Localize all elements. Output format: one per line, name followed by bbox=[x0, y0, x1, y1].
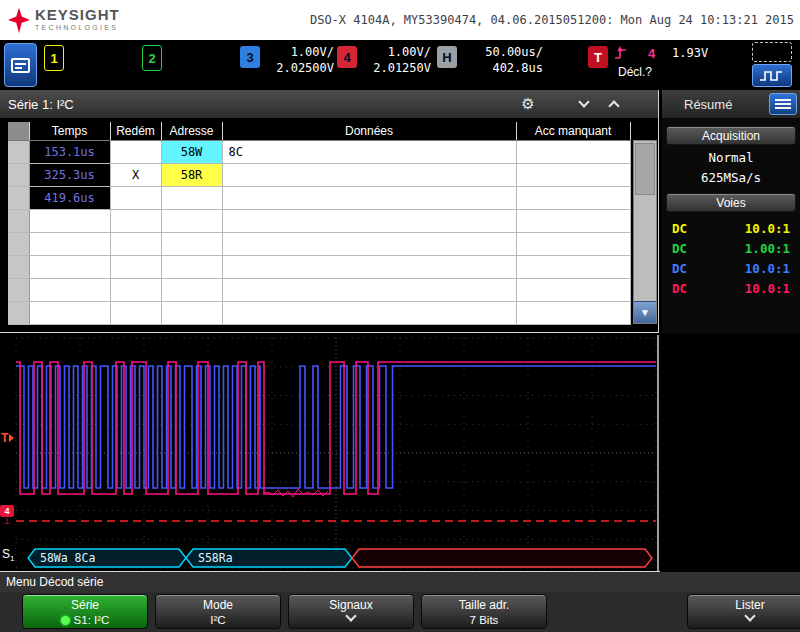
gear-icon[interactable]: ⚙ bbox=[516, 95, 540, 113]
column-header-donnees: Données bbox=[222, 122, 516, 140]
instrument-status-line: DSO-X 4104A, MY53390474, 04.06.201505120… bbox=[310, 13, 794, 27]
trigger-zone-icon[interactable] bbox=[752, 42, 792, 62]
channel-4-badge[interactable]: 4 bbox=[337, 46, 357, 68]
trigger-level-value[interactable]: 1.93V bbox=[672, 46, 708, 60]
trigger-status: Décl.? bbox=[618, 65, 652, 79]
softkey-signaux[interactable]: Signaux bbox=[288, 594, 414, 629]
menu-title: Menu Décod série bbox=[6, 575, 103, 589]
softkey-label: Mode bbox=[156, 598, 280, 612]
channel-2-key[interactable]: 2 bbox=[142, 45, 162, 71]
keysight-spark-icon bbox=[8, 7, 30, 34]
brand-subtitle: TECHNOLOGIES bbox=[35, 24, 120, 31]
touch-waveform-button[interactable] bbox=[752, 64, 792, 87]
chevron-down-icon bbox=[289, 616, 413, 620]
softkey-value: 7 Bits bbox=[422, 614, 546, 626]
channel-status-row: DC10.0:1 bbox=[662, 218, 800, 238]
brand-name: KEYSIGHT bbox=[35, 7, 120, 23]
summary-title-bar: Résumé bbox=[662, 90, 800, 118]
channel-4-offset: 2.01250V bbox=[363, 60, 431, 76]
channel-3-readout[interactable]: 1.00V/ 2.02500V bbox=[266, 44, 334, 76]
column-header-adresse: Adresse bbox=[161, 122, 222, 140]
waveform-display[interactable]: 58Wa 8CaS58Ra T 4 ⊥ S1 bbox=[0, 335, 800, 571]
main-menu-button[interactable] bbox=[4, 43, 37, 87]
serial-bus-marker: S1 bbox=[2, 547, 14, 563]
lister-scrollbar[interactable]: ▼ bbox=[633, 140, 657, 324]
trigger-source: 4 bbox=[648, 46, 655, 61]
trigger-badge[interactable]: T bbox=[588, 46, 608, 68]
channel-status-list: DC10.0:1DC1.00:1DC10.0:1DC10.0:1 bbox=[662, 218, 800, 298]
column-header-acc: Acc manquant bbox=[516, 122, 630, 140]
softkey-lister[interactable]: Lister bbox=[687, 594, 800, 629]
lister-table-body: 153.1us58W8C325.3usX58R419.6us bbox=[8, 140, 630, 324]
menu-title-bar: Menu Décod série bbox=[0, 572, 800, 592]
softkey-value: S1: I²C bbox=[74, 614, 110, 626]
softkey-taille-adr[interactable]: Taille adr. 7 Bits bbox=[421, 594, 547, 629]
lister-table: Temps Redém Adresse Données Acc manquant… bbox=[8, 122, 631, 325]
channels-button[interactable]: Voies bbox=[666, 193, 796, 212]
chevron-down-icon[interactable] bbox=[572, 95, 596, 113]
serial-on-indicator-icon bbox=[61, 616, 70, 625]
trigger-level-marker[interactable]: T bbox=[1, 431, 14, 445]
timebase-value: 50.00us/ bbox=[463, 44, 543, 60]
channel-status-row: DC1.00:1 bbox=[662, 238, 800, 258]
list-view-button[interactable] bbox=[769, 93, 797, 115]
softkey-label: Lister bbox=[688, 598, 800, 612]
softkey-label: Taille adr. bbox=[422, 598, 546, 612]
keysight-logo: KEYSIGHT TECHNOLOGIES bbox=[8, 7, 120, 34]
lister-row[interactable] bbox=[8, 255, 630, 278]
lister-row[interactable]: 153.1us58W8C bbox=[8, 140, 630, 163]
acquisition-mode: Normal bbox=[662, 150, 800, 165]
channel-1-key[interactable]: 1 bbox=[44, 45, 64, 71]
column-header-redem: Redém bbox=[110, 122, 161, 140]
screen-icon bbox=[11, 58, 30, 73]
horizontal-badge[interactable]: H bbox=[437, 46, 457, 68]
serial-lister-panel: Série 1: I²C ⚙ Temps Redém Adresse Donné… bbox=[0, 90, 659, 333]
acquisition-button[interactable]: Acquisition bbox=[666, 126, 796, 145]
lister-row[interactable] bbox=[8, 209, 630, 232]
sample-rate: 625MSa/s bbox=[662, 170, 800, 185]
softkey-label: Série bbox=[23, 598, 147, 612]
waveform-svg: 58Wa 8CaS58Ra bbox=[0, 335, 660, 571]
lister-title-bar: Série 1: I²C ⚙ bbox=[0, 90, 658, 118]
lister-title: Série 1: I²C bbox=[8, 97, 74, 112]
list-icon bbox=[775, 99, 791, 101]
lister-row[interactable] bbox=[8, 278, 630, 301]
lister-row[interactable] bbox=[8, 301, 630, 324]
right-triangle-icon bbox=[9, 434, 14, 442]
svg-text:S58Ra: S58Ra bbox=[198, 551, 233, 565]
softkey-mode[interactable]: Mode I²C bbox=[155, 594, 281, 629]
channel-4-ground-marker[interactable]: 4 ⊥ bbox=[0, 505, 14, 526]
chevron-up-icon[interactable] bbox=[602, 95, 626, 113]
trigger-marker-label: T bbox=[1, 431, 8, 445]
channel-4-readout[interactable]: 1.00V/ 2.01250V bbox=[363, 44, 431, 76]
softkey-serie[interactable]: Série S1: I²C bbox=[22, 594, 148, 629]
scrollbar-thumb[interactable] bbox=[635, 143, 655, 195]
channel-3-badge[interactable]: 3 bbox=[240, 46, 260, 68]
softkey-value: I²C bbox=[156, 614, 280, 626]
lister-table-header: Temps Redém Adresse Données Acc manquant bbox=[8, 122, 630, 140]
summary-sidebar: Résumé Acquisition Normal 625MSa/s Voies… bbox=[662, 90, 800, 333]
lister-row[interactable]: 419.6us bbox=[8, 186, 630, 209]
lister-row[interactable] bbox=[8, 232, 630, 255]
channel-status-row: DC10.0:1 bbox=[662, 278, 800, 298]
channel-3-offset: 2.02500V bbox=[266, 60, 334, 76]
step-waveform-icon bbox=[759, 69, 785, 83]
chevron-down-icon bbox=[688, 616, 800, 620]
trigger-edge-icon bbox=[613, 45, 628, 61]
brand-text: KEYSIGHT TECHNOLOGIES bbox=[35, 7, 120, 31]
scroll-down-button[interactable]: ▼ bbox=[634, 301, 656, 323]
lister-row[interactable]: 325.3usX58R bbox=[8, 163, 630, 186]
delay-value: 402.8us bbox=[463, 60, 543, 76]
column-header-temps: Temps bbox=[29, 122, 110, 140]
scope-header-bar: 1 2 3 1.00V/ 2.02500V 4 1.00V/ 2.01250V … bbox=[0, 40, 800, 90]
row-gutter-header bbox=[8, 122, 29, 140]
channel-status-row: DC10.0:1 bbox=[662, 258, 800, 278]
ground-icon: ⊥ bbox=[0, 517, 14, 526]
svg-text:58Wa 8Ca: 58Wa 8Ca bbox=[40, 551, 95, 565]
horizontal-readout[interactable]: 50.00us/ 402.8us bbox=[463, 44, 543, 76]
channel-3-scale: 1.00V/ bbox=[266, 44, 334, 60]
summary-title: Résumé bbox=[684, 97, 732, 112]
top-info-bar: KEYSIGHT TECHNOLOGIES DSO-X 4104A, MY533… bbox=[0, 0, 800, 40]
softkey-bar: Série S1: I²C Mode I²C Signaux Taille ad… bbox=[0, 592, 800, 632]
channel-4-scale: 1.00V/ bbox=[363, 44, 431, 60]
